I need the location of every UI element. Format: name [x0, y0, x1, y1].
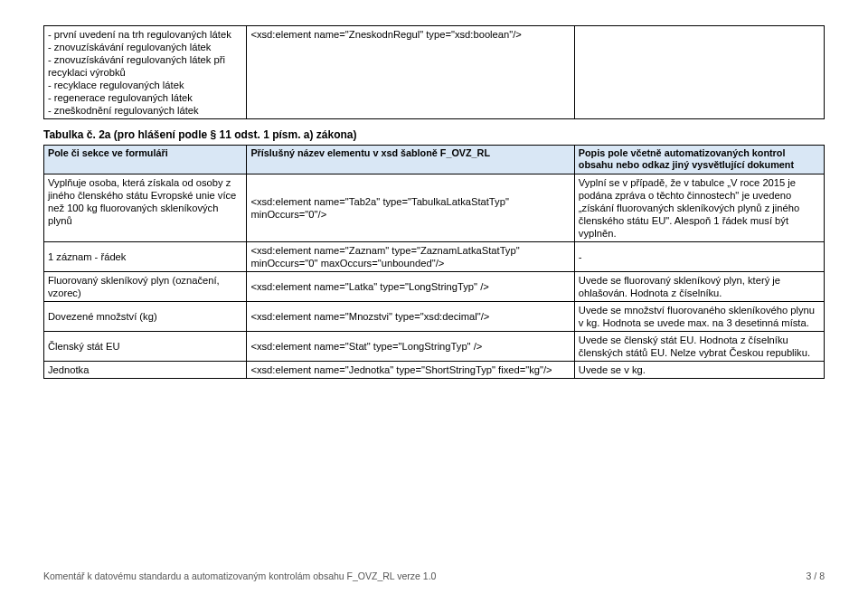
table-row: Fluorovaný skleníkový plyn (označení, vz… — [44, 271, 825, 301]
cell-element: <xsd:element name="Stat" type="LongStrin… — [247, 331, 574, 361]
top-table: - první uvedení na trh regulovaných láte… — [43, 25, 825, 119]
footer-text: Komentář k datovému standardu a automati… — [43, 570, 436, 581]
table-row: - první uvedení na trh regulovaných láte… — [44, 26, 825, 119]
cell-desc: Vyplní se v případě, že v tabulce „V roc… — [574, 174, 824, 241]
cell-desc: Uvede se množství fluorovaného skleníkov… — [574, 301, 824, 331]
table-row: Členský stát EU <xsd:element name="Stat"… — [44, 331, 825, 361]
cell-field: Vyplňuje osoba, která získala od osoby z… — [44, 174, 247, 241]
cell-element: <xsd:element name="Mnozstvi" type="xsd:d… — [247, 301, 574, 331]
cell-element: <xsd:element name="Zaznam" type="ZaznamL… — [247, 241, 574, 271]
table-header-row: Pole či sekce ve formuláři Příslušný náz… — [44, 146, 825, 174]
cell-desc: - — [574, 241, 824, 271]
col-header-element: Příslušný název elementu v xsd šabloně F… — [247, 146, 574, 174]
cell-element: <xsd:element name="Latka" type="LongStri… — [247, 271, 574, 301]
cell-desc: Uvede se členský stát EU. Hodnota z číse… — [574, 331, 824, 361]
page: - první uvedení na trh regulovaných láte… — [0, 0, 868, 594]
cell-field: 1 záznam - řádek — [44, 241, 247, 271]
cell-description: - první uvedení na trh regulovaných láte… — [44, 26, 247, 119]
cell-field: Dovezené množství (kg) — [44, 301, 247, 331]
page-footer: Komentář k datovému standardu a automati… — [43, 570, 825, 581]
col-header-field: Pole či sekce ve formuláři — [44, 146, 247, 174]
page-number: 3 / 8 — [807, 570, 825, 581]
cell-desc: Uvede se fluorovaný skleníkový plyn, kte… — [574, 271, 824, 301]
table-row: Dovezené množství (kg) <xsd:element name… — [44, 301, 825, 331]
table-row: 1 záznam - řádek <xsd:element name="Zazn… — [44, 241, 825, 271]
cell-desc: Uvede se v kg. — [574, 361, 824, 378]
cell-element: <xsd:element name="Jednotka" type="Short… — [247, 361, 574, 378]
cell-field: Jednotka — [44, 361, 247, 378]
cell-field: Fluorovaný skleníkový plyn (označení, vz… — [44, 271, 247, 301]
table-row: Vyplňuje osoba, která získala od osoby z… — [44, 174, 825, 241]
cell-xsd: <xsd:element name="ZneskodnRegul" type="… — [247, 26, 574, 119]
main-table: Pole či sekce ve formuláři Příslušný náz… — [43, 145, 825, 379]
cell-note — [574, 26, 824, 119]
table-row: Jednotka <xsd:element name="Jednotka" ty… — [44, 361, 825, 378]
col-header-desc: Popis pole včetně automatizovaných kontr… — [574, 146, 824, 174]
cell-element: <xsd:element name="Tab2a" type="TabulkaL… — [247, 174, 574, 241]
cell-field: Členský stát EU — [44, 331, 247, 361]
section-heading: Tabulka č. 2a (pro hlášení podle § 11 od… — [43, 128, 825, 141]
